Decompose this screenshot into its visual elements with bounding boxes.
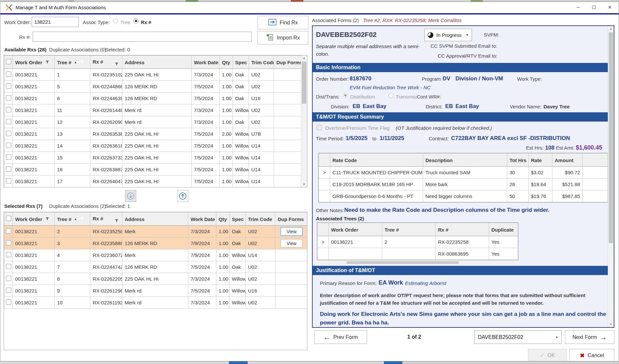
form-select-dropdown[interactable]: DAVEBEB2502F02 ▼ [474,330,562,344]
row-checkbox[interactable] [6,107,11,112]
table-row[interactable]: 0013822117RX-02264047225 OAK HL HI7/5/20… [4,176,302,187]
cell: 7/3/2024 [192,69,220,81]
row-checkbox[interactable] [6,71,11,77]
transmission-radio[interactable] [388,93,393,98]
row-checkbox[interactable] [6,143,11,148]
column-header-work-order[interactable]: Work Order [13,212,55,226]
row-checkbox[interactable] [6,299,11,305]
table-row[interactable]: C18-2015 MORBARK M18R 165 HPMore bark28$… [319,179,608,190]
scrollbar-thumb[interactable] [302,62,306,104]
column-header-rx-[interactable]: Rx # [90,212,122,226]
table-row[interactable]: GRB-Groundperson 0-6 Months - PTNeed big… [319,190,608,202]
division-label: Division: [331,104,350,109]
table-row[interactable]: 0013822113RX-02263538225 OAK HL HI7/5/20… [4,128,302,140]
minimize-button[interactable]: ─ [571,2,586,13]
cell: 1.00 [216,297,230,309]
trees-horizontal-scrollbar[interactable] [317,261,518,265]
prev-form-button[interactable]: ← Prev Form [314,330,367,344]
overtime-flag-checkbox[interactable] [317,125,322,130]
filter-icon[interactable] [115,219,118,223]
rx-number-input[interactable] [33,32,252,42]
move-up-button[interactable] [177,190,188,202]
time-period-from: 1/5/2025 [346,135,367,142]
table-row[interactable]: 001382218RX-02262205225 OAK HL HI7/3/202… [4,273,308,285]
scroll-down-icon[interactable]: ▼ [608,322,614,327]
column-header-rx-[interactable]: Rx # [90,56,122,69]
table-row[interactable]: >C11-TRUCK MOUNTED CHIPPER-DUMITruck mou… [319,167,608,179]
import-rx-button[interactable]: Import Rx [258,31,308,44]
row-checkbox[interactable] [6,288,11,293]
scroll-down-icon[interactable]: ▼ [301,182,307,187]
cell: More bark [423,179,507,190]
table-row[interactable]: 0013822110RX-02261192Merk rd7/3/20241.00… [4,297,308,309]
table-row[interactable]: 001382217RX-02244742126 MERK RD7/5/20241… [4,261,308,273]
cell: RX-02263887 [90,164,122,176]
panel-scrollbar[interactable]: ▲ ▼ [608,26,614,327]
select-all-checkbox[interactable] [6,216,11,221]
tree-radio[interactable] [113,18,118,23]
table-row[interactable]: 001382212RX-02235258Merk7/3/20241.00OakU… [4,226,308,238]
row-checkbox[interactable] [6,119,11,124]
table-row[interactable]: 0013822112RX-02262090Merk rd7/3/20241.00… [4,116,302,128]
maximize-button[interactable]: ☐ [586,2,602,13]
select-all-checkbox[interactable] [6,59,11,64]
find-rx-button[interactable]: Find Rx [258,16,308,29]
column-header-tree-[interactable]: Tree #▲ [55,212,90,226]
row-checkbox[interactable] [6,131,11,136]
row-checkbox[interactable] [6,178,11,183]
justification-description[interactable]: Doing work for Electronic Arts's new Sim… [320,310,610,327]
table-row[interactable]: 001382219RX-02261296Merk rd7/5/20241.00W… [4,285,308,297]
row-checkbox[interactable] [6,83,11,89]
row-checkbox[interactable] [6,252,11,257]
filter-icon[interactable] [46,217,49,221]
next-form-button[interactable]: Next Form → [565,330,614,344]
table-row[interactable]: 0013822114RX-02263618225 OAK HL HI7/5/20… [4,140,302,152]
scrollbar-thumb[interactable] [609,32,613,243]
filter-icon[interactable] [46,60,49,64]
status-dropdown[interactable]: In Progress ▼ [424,29,472,41]
cell: 00138221 [329,236,382,248]
available-scrollbar[interactable]: ▲ ▼ [301,55,307,187]
view-button[interactable]: View [281,227,302,236]
associated-trees-title: Associated Trees (2) [316,216,364,221]
table-row[interactable]: 001382216RX-02244639126 MERK RD7/5/20241… [4,93,302,104]
row-checkbox[interactable] [6,276,11,281]
rx-radio[interactable] [134,18,139,23]
table-row[interactable]: 001382213RX-02235889126 MERK RD7/9/20241… [4,238,308,249]
row-checkbox[interactable] [6,264,11,269]
table-row[interactable]: 0013822111RX-02261448Merk rd7/3/20241.00… [4,104,302,116]
scroll-up-icon[interactable]: ▲ [608,26,614,32]
row-checkbox[interactable] [6,95,11,100]
rx-radio-label: Rx # [141,19,151,25]
scrollbar-thumb[interactable] [347,261,459,264]
filter-icon[interactable] [115,62,118,66]
filter-icon[interactable] [80,60,84,64]
row-checkbox[interactable] [6,166,11,172]
table-row[interactable]: 001382211RX-02235102225 OAK HL HI7/3/202… [4,69,302,81]
table-row[interactable]: 001382215RX-02244866126 MERK RD7/5/20241… [4,81,302,93]
close-button[interactable]: × [602,2,617,13]
filter-icon[interactable] [80,217,84,221]
cell: 7 [55,261,90,273]
table-row[interactable]: 001382214RX-02236072Merk7/9/20241.00Will… [4,249,308,261]
row-checkbox[interactable] [6,240,11,245]
title-bar: Manage T and M Auth Form Associations ─ … [0,2,619,13]
available-selected-label: Selected: 0 [105,47,130,52]
move-down-button[interactable] [125,190,136,202]
row-checkbox[interactable] [6,228,11,234]
cancel-button[interactable]: ✖ Cancel [570,349,614,361]
table-row[interactable]: 0013822115RX-02263733225 OAK HL HI7/5/20… [4,152,302,164]
table-row[interactable]: RX-00863695Yes [318,248,518,260]
table-row[interactable]: >001382212RX-02235258Yes [318,236,518,248]
row-checkbox[interactable] [6,154,11,160]
table-row[interactable]: 0013822116RX-02263887225 OAK HL HI7/5/20… [4,164,302,176]
column-header-work-order[interactable]: Work Order [13,56,55,69]
column-header-tree-[interactable]: Tree #▲ [55,56,90,69]
view-button[interactable]: View [281,239,302,247]
cell: 7/5/2024 [192,164,220,176]
scroll-up-icon[interactable]: ▲ [301,55,307,61]
distribution-radio[interactable] [343,93,348,98]
ok-button[interactable]: ✓ OK [528,349,567,361]
cell: Oak [233,81,249,93]
work-order-input[interactable] [32,17,79,27]
